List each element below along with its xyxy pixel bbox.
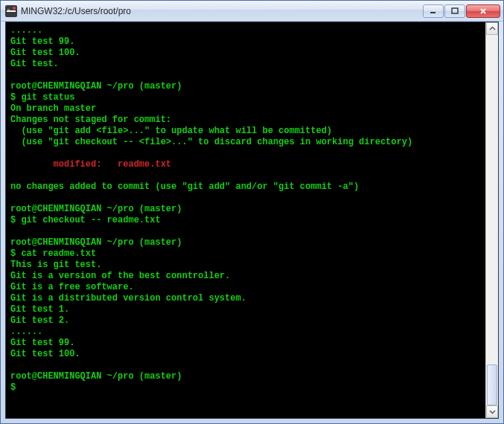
svg-rect-5 xyxy=(452,8,458,13)
chevron-up-icon xyxy=(489,25,496,32)
scroll-up-button[interactable] xyxy=(486,22,498,35)
terminal-line xyxy=(10,170,481,182)
minimize-icon xyxy=(430,7,437,15)
terminal-line: no changes added to commit (use "git add… xyxy=(10,182,481,193)
client-area: ......Git test 99.Git test 100.Git test.… xyxy=(5,22,499,419)
terminal-line: Git test. xyxy=(10,59,481,70)
window-title: MINGW32:/c/Users/root/pro xyxy=(21,6,423,16)
terminal-line: This is git test. xyxy=(10,260,481,271)
minimize-button[interactable] xyxy=(423,4,444,18)
terminal-line xyxy=(10,226,481,237)
titlebar[interactable]: MINGW32:/c/Users/root/pro xyxy=(1,1,503,22)
svg-rect-4 xyxy=(430,12,436,13)
svg-point-3 xyxy=(13,7,16,10)
maximize-icon xyxy=(451,7,459,15)
close-button[interactable] xyxy=(466,4,500,18)
terminal-line xyxy=(10,148,481,159)
window-controls xyxy=(423,4,500,18)
terminal-line xyxy=(10,193,481,204)
terminal-line: Git is a version of the best conntroller… xyxy=(10,271,481,282)
terminal-line: Git test 100. xyxy=(10,349,481,360)
svg-rect-2 xyxy=(7,9,10,10)
terminal-line xyxy=(10,360,481,371)
terminal-line: root@CHENMINGQIAN ~/pro (master) xyxy=(10,204,481,215)
mingw-app-icon xyxy=(5,5,17,17)
maximize-button[interactable] xyxy=(444,4,465,18)
vertical-scrollbar[interactable] xyxy=(485,22,498,418)
terminal-line: $ cat readme.txt xyxy=(10,248,481,260)
terminal-line: Git test 2. xyxy=(10,315,481,327)
svg-rect-1 xyxy=(7,10,16,12)
terminal-line: Git test 99. xyxy=(10,338,481,349)
scroll-track[interactable] xyxy=(486,35,498,405)
scroll-thumb[interactable] xyxy=(487,364,497,405)
terminal-line: root@CHENMINGQIAN ~/pro (master) xyxy=(10,237,481,248)
terminal-line xyxy=(10,70,481,81)
terminal-line: $ git checkout -- readme.txt xyxy=(10,215,481,226)
terminal-line: Git test 100. xyxy=(10,48,481,59)
close-icon xyxy=(479,7,487,15)
terminal-line: On branch master xyxy=(10,103,481,115)
terminal-line: Git test 1. xyxy=(10,304,481,315)
terminal-line: root@CHENMINGQIAN ~/pro (master) xyxy=(10,81,481,92)
terminal-line: Git is a distributed version control sys… xyxy=(10,293,481,304)
terminal-line: modified: readme.txt xyxy=(10,159,481,170)
terminal-window: MINGW32:/c/Users/root/pro ......Git test… xyxy=(0,0,504,424)
terminal-line: (use "git add <file>..." to update what … xyxy=(10,126,481,137)
terminal-output[interactable]: ......Git test 99.Git test 100.Git test.… xyxy=(6,22,485,418)
chevron-down-icon xyxy=(489,408,496,415)
scroll-down-button[interactable] xyxy=(486,405,498,418)
terminal-line: ...... xyxy=(10,327,481,338)
terminal-line: (use "git checkout -- <file>..." to disc… xyxy=(10,137,481,148)
terminal-line: Git test 99. xyxy=(10,36,481,48)
terminal-line: $ xyxy=(10,382,481,394)
terminal-line: ...... xyxy=(10,25,481,36)
terminal-line: Changes not staged for commit: xyxy=(10,115,481,126)
terminal-line: Git is a free software. xyxy=(10,282,481,293)
terminal-line: root@CHENMINGQIAN ~/pro (master) xyxy=(10,371,481,382)
terminal-line: $ git status xyxy=(10,92,481,103)
